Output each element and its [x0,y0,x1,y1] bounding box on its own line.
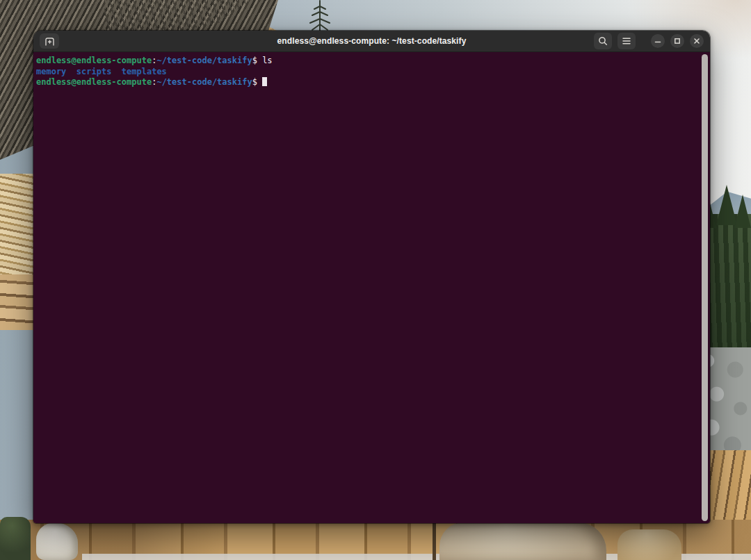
terminal-window: endless@endless-compute: ~/test-code/tas… [33,31,710,523]
prompt-path: ~/test-code/taskify [156,77,252,87]
search-button[interactable] [594,33,612,49]
menu-button[interactable] [617,33,636,49]
terminal-line: memory scripts templates [36,67,700,78]
window-titlebar[interactable]: endless@endless-compute: ~/test-code/tas… [33,31,710,52]
terminal-line: endless@endless-compute:~/test-code/task… [36,77,700,88]
prompt-path: ~/test-code/taskify [156,56,252,65]
search-icon [598,36,608,46]
terminal-cursor [262,77,267,86]
maximize-button[interactable] [670,34,684,48]
maximize-icon [674,38,681,44]
prompt-user: endless@endless-compute [36,77,152,87]
new-tab-icon [45,37,55,46]
prompt-symbol: $ [252,56,262,65]
wallpaper-stone [439,522,606,560]
command-text: ls [262,56,272,65]
wallpaper-stone [617,529,681,560]
close-icon [693,38,700,44]
terminal-line: endless@endless-compute:~/test-code/task… [36,56,700,67]
wallpaper-post [433,521,436,560]
prompt-user: endless@endless-compute [36,56,152,65]
window-title: endless@endless-compute: ~/test-code/tas… [277,36,467,46]
minimize-icon [654,38,661,44]
hamburger-menu-icon [622,38,631,44]
wallpaper-conifer-silhouette [305,0,335,32]
ls-output: memory scripts templates [36,67,167,76]
minimize-button[interactable] [651,34,665,48]
close-button[interactable] [690,34,704,48]
terminal-screen[interactable]: endless@endless-compute:~/test-code/task… [33,52,710,523]
new-tab-button[interactable] [40,33,59,49]
terminal-scrollbar[interactable] [702,54,708,521]
terminal-output: endless@endless-compute:~/test-code/task… [36,56,700,88]
prompt-symbol: $ [252,77,262,87]
wallpaper-plant [0,517,31,560]
